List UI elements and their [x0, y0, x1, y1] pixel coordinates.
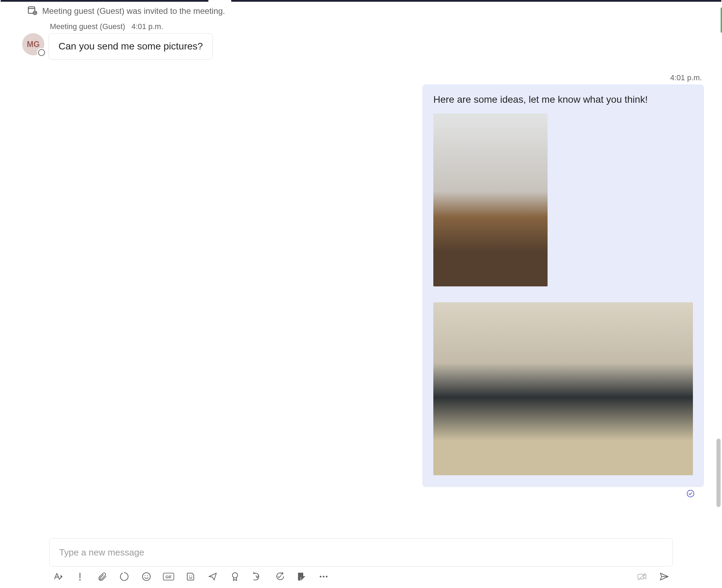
calendar-add-icon	[27, 5, 37, 17]
actions-button[interactable]	[296, 571, 307, 582]
svg-point-9	[143, 573, 151, 581]
presence-offline-icon	[38, 49, 45, 56]
gif-button[interactable]: GIF	[163, 571, 174, 582]
incoming-message-bubble[interactable]: Can you send me some pictures?	[48, 33, 213, 59]
chat-viewport: Meeting guest (Guest) was invited to the…	[0, 0, 722, 588]
viva-button[interactable]	[251, 571, 263, 582]
send-button[interactable]	[658, 571, 670, 582]
svg-point-14	[189, 576, 190, 577]
attached-image-2[interactable]	[433, 302, 693, 475]
avatar-meeting-guest[interactable]: MG	[22, 33, 44, 55]
incoming-timestamp: 4:01 p.m.	[132, 22, 163, 31]
svg-point-15	[191, 576, 192, 577]
window-top-bar	[1, 0, 721, 2]
incoming-message-meta: Meeting guest (Guest) 4:01 p.m.	[50, 22, 213, 31]
approvals-button[interactable]	[229, 571, 241, 582]
more-actions-button[interactable]	[318, 571, 330, 582]
chat-scroll-area[interactable]: Meeting guest (Guest) was invited to the…	[0, 3, 722, 546]
outgoing-message-bubble[interactable]: Here are some ideas, let me know what yo…	[422, 84, 704, 487]
svg-point-16	[233, 573, 238, 578]
avatar-initials: MG	[27, 40, 39, 49]
compose-toolbar: GIF	[49, 567, 673, 582]
compose-area: GIF	[49, 538, 673, 582]
svg-point-19	[323, 576, 325, 578]
attach-button[interactable]	[96, 571, 108, 582]
format-button[interactable]	[52, 571, 64, 582]
svg-point-18	[320, 576, 322, 578]
share-button[interactable]	[207, 571, 219, 582]
incoming-sender-name: Meeting guest (Guest)	[50, 22, 125, 31]
scrollbar[interactable]	[716, 55, 721, 546]
outgoing-timestamp: 4:01 p.m.	[670, 73, 702, 82]
svg-text:GIF: GIF	[165, 575, 172, 579]
message-input[interactable]	[49, 538, 673, 567]
incoming-message-text: Can you send me some pictures?	[58, 41, 203, 52]
svg-point-11	[147, 575, 148, 576]
priority-button[interactable]	[74, 571, 86, 582]
message-seen-status	[686, 489, 695, 499]
sticker-button[interactable]	[185, 571, 197, 582]
updates-button[interactable]	[273, 571, 285, 582]
outgoing-message-text: Here are some ideas, let me know what yo…	[433, 94, 693, 105]
emoji-button[interactable]	[141, 571, 152, 582]
loop-button[interactable]	[118, 571, 130, 582]
svg-point-8	[79, 579, 81, 580]
svg-point-20	[326, 576, 327, 578]
svg-point-5	[687, 490, 694, 497]
outgoing-message-row: 4:01 p.m. Here are some ideas, let me kn…	[0, 73, 704, 499]
svg-rect-17	[298, 573, 301, 581]
incoming-message-row: MG Meeting guest (Guest) 4:01 p.m. Can y…	[0, 22, 718, 63]
system-event-line: Meeting guest (Guest) was invited to the…	[0, 3, 718, 19]
video-clip-button[interactable]	[636, 571, 648, 582]
svg-point-10	[145, 575, 146, 576]
svg-rect-21	[638, 574, 643, 579]
attached-image-1[interactable]	[433, 113, 548, 286]
scrollbar-thumb[interactable]	[716, 439, 721, 507]
seen-check-icon	[686, 489, 695, 499]
system-event-text: Meeting guest (Guest) was invited to the…	[42, 6, 225, 16]
